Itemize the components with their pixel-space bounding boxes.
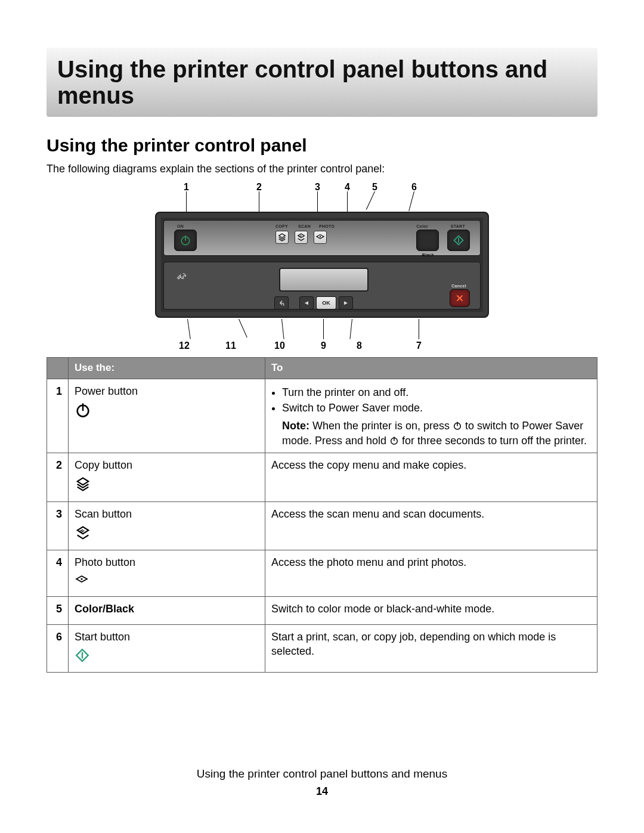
wrench-icon xyxy=(175,271,188,284)
start-icon xyxy=(75,654,90,665)
table-row: 1 Power button Turn the printer on and o… xyxy=(47,379,597,453)
table-row: 4 Photo button Access the photo menu and… xyxy=(47,550,597,597)
copy-icon xyxy=(277,233,287,242)
power-icon xyxy=(389,436,399,448)
chapter-title: Using the printer control panel buttons … xyxy=(57,56,587,109)
panel-color-button xyxy=(416,230,439,251)
row-use: Scan button xyxy=(69,501,265,550)
footer-page-number: 14 xyxy=(0,784,644,798)
panel-ok-label: OK xyxy=(322,299,330,306)
row-label: Power button xyxy=(75,384,259,398)
row-to: Access the photo menu and print photos. xyxy=(265,550,597,597)
panel-copy-button xyxy=(275,231,289,244)
table-row: 2 Copy button Access the copy menu and m… xyxy=(47,453,597,501)
row-label: Color/Black xyxy=(75,602,259,616)
control-panel-diagram: 1 2 3 4 5 6 ON xyxy=(47,181,597,350)
panel-start-button xyxy=(447,230,470,251)
callout-10: 10 xyxy=(274,339,285,352)
panel-back-button xyxy=(274,296,289,309)
row-use: Color/Black xyxy=(69,596,265,624)
panel-color-label: Color xyxy=(416,224,428,229)
section-heading: Using the printer control panel xyxy=(47,134,597,158)
copy-icon xyxy=(75,483,91,495)
callout-12: 12 xyxy=(179,339,190,352)
panel-setup-icon xyxy=(175,271,188,288)
row-to: Access the scan menu and scan documents. xyxy=(265,501,597,550)
row-num: 5 xyxy=(47,596,69,624)
row-num: 6 xyxy=(47,625,69,673)
row-to: Start a print, scan, or copy job, depend… xyxy=(265,625,597,673)
scan-icon xyxy=(296,233,306,242)
table-row: 6 Start button Start a print, scan, or c… xyxy=(47,625,597,673)
panel-lcd xyxy=(279,268,369,292)
row-num: 1 xyxy=(47,379,69,453)
section-intro: The following diagrams explain the secti… xyxy=(47,162,597,176)
table-row: 5 Color/Black Switch to color mode or bl… xyxy=(47,596,597,624)
row-to: Access the copy menu and make copies. xyxy=(265,453,597,501)
row-to: Turn the printer on and off. Switch to P… xyxy=(265,379,597,453)
row-num: 2 xyxy=(47,453,69,501)
row-label: Start button xyxy=(75,630,259,644)
scan-icon xyxy=(75,532,91,544)
callout-8: 8 xyxy=(357,339,362,352)
photo-icon xyxy=(75,578,89,590)
note-text-before: When the printer is on, press xyxy=(309,420,453,432)
table-header-use: Use the: xyxy=(69,357,265,379)
row-bullet: Switch to Power Saver mode. xyxy=(282,401,591,415)
row-use: Start button xyxy=(69,625,265,673)
callout-7: 7 xyxy=(416,339,422,352)
table-header-row: Use the: To xyxy=(47,357,597,379)
printer-control-panel: ON COPY SCAN PHOTO Color START Black xyxy=(155,212,489,318)
page-footer: Using the printer control panel buttons … xyxy=(0,766,644,798)
back-icon xyxy=(277,299,286,307)
diagram-callouts-top: 1 2 3 4 5 6 xyxy=(155,181,489,212)
photo-icon xyxy=(315,233,325,242)
panel-power-button xyxy=(174,230,197,251)
callout-11: 11 xyxy=(225,339,236,352)
row-label: Copy button xyxy=(75,458,259,472)
chapter-title-banner: Using the printer control panel buttons … xyxy=(47,48,597,117)
close-icon xyxy=(455,293,465,303)
power-icon xyxy=(75,409,91,421)
panel-cancel-button xyxy=(450,289,470,307)
table-header-num xyxy=(47,357,69,379)
power-icon xyxy=(179,234,191,246)
panel-copy-label: COPY xyxy=(275,224,288,229)
button-reference-table: Use the: To 1 Power button Turn the prin… xyxy=(47,357,597,673)
panel-ok-button: OK xyxy=(316,296,336,309)
document-page: Using the printer control panel buttons … xyxy=(0,0,644,833)
start-icon xyxy=(453,234,465,246)
table-row: 3 Scan button Access the scan menu and s… xyxy=(47,501,597,550)
row-use: Photo button xyxy=(69,550,265,597)
panel-scan-label: SCAN xyxy=(298,224,311,229)
panel-right-button: ► xyxy=(339,296,353,309)
panel-start-label: START xyxy=(451,224,465,229)
row-num: 3 xyxy=(47,501,69,550)
row-to: Switch to color mode or black-and-white … xyxy=(265,596,597,624)
panel-scan-button xyxy=(295,231,308,244)
footer-chapter-title: Using the printer control panel buttons … xyxy=(0,766,644,782)
row-label: Photo button xyxy=(75,555,259,569)
row-note: Note: When the printer is on, press to s… xyxy=(282,419,591,448)
note-text-after: for three seconds to turn off the printe… xyxy=(399,435,587,447)
panel-on-label: ON xyxy=(177,224,184,229)
row-use: Power button xyxy=(69,379,265,453)
row-bullet: Turn the printer on and off. xyxy=(282,385,591,400)
callout-9: 9 xyxy=(321,339,326,352)
diagram-callouts-bottom: 12 11 10 9 8 7 xyxy=(155,319,489,350)
note-label: Note: xyxy=(282,420,309,432)
panel-left-button: ◄ xyxy=(299,296,314,309)
panel-cancel-label: Cancel xyxy=(451,283,466,289)
panel-photo-button xyxy=(314,231,327,244)
table-header-to: To xyxy=(265,357,597,379)
panel-photo-label: PHOTO xyxy=(319,224,335,229)
row-use: Copy button xyxy=(69,453,265,501)
row-label: Scan button xyxy=(75,507,259,521)
row-num: 4 xyxy=(47,550,69,597)
power-icon xyxy=(453,421,462,433)
panel-black-label: Black xyxy=(422,252,434,258)
